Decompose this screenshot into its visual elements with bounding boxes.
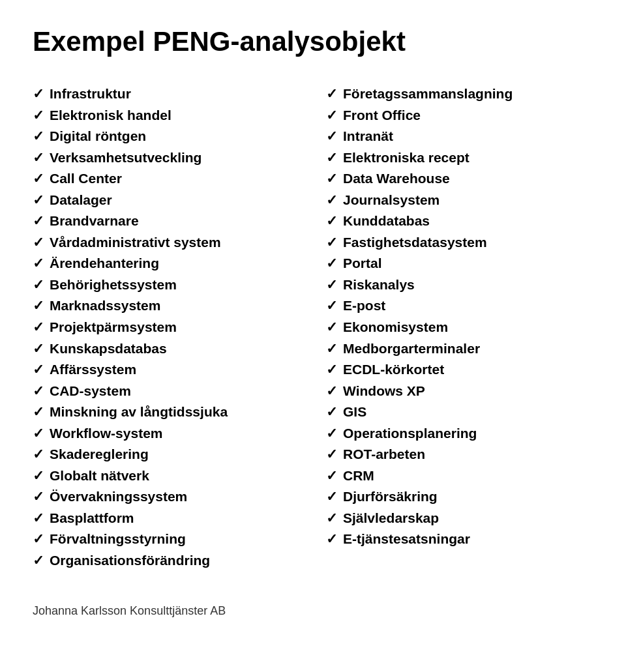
checkmark-icon: ✓ [33,317,44,338]
checkmark-icon: ✓ [33,126,44,147]
list-item: ✓Djurförsäkring [326,486,593,508]
list-item: ✓Marknadssystem [33,295,300,317]
checkmark-icon: ✓ [33,83,44,105]
list-item: ✓Portal [326,253,593,274]
item-label: Basplattform [50,508,134,529]
list-item: ✓CRM [326,465,593,487]
list-item: ✓Operationsplanering [326,423,593,445]
checkmark-icon: ✓ [326,317,338,338]
checkmark-icon: ✓ [33,359,44,381]
item-label: Djurförsäkring [343,486,438,508]
list-item: ✓Projektpärmsystem [33,317,300,338]
checkmark-icon: ✓ [33,550,44,572]
item-label: Minskning av långtidssjuka [50,402,228,423]
list-item: ✓Kunddatabas [326,211,593,232]
checkmark-icon: ✓ [33,381,44,402]
checkmark-icon: ✓ [33,338,44,360]
left-column: ✓Infrastruktur✓Elektronisk handel✓Digita… [33,83,300,572]
checkmark-icon: ✓ [33,508,44,529]
item-label: Övervakningssystem [50,486,187,508]
item-label: Företagssammanslagning [343,83,513,105]
checkmark-icon: ✓ [33,465,44,487]
list-item: ✓Verksamhetsutveckling [33,147,300,169]
checkmark-icon: ✓ [326,381,338,402]
item-label: Skadereglering [50,444,149,465]
list-item: ✓E-post [326,295,593,317]
item-label: Riskanalys [343,274,415,296]
list-item: ✓Ärendehantering [33,253,300,274]
item-label: Marknadssystem [50,295,160,317]
item-label: Journalsystem [343,190,440,211]
checkmark-icon: ✓ [326,253,338,274]
checkmark-icon: ✓ [33,444,44,465]
list-item: ✓Självledarskap [326,508,593,529]
list-item: ✓Digital röntgen [33,126,300,147]
checkmark-icon: ✓ [33,529,44,550]
item-label: Elektronisk handel [50,105,171,126]
list-item: ✓ECDL-körkortet [326,359,593,381]
item-label: Självledarskap [343,508,439,529]
list-item: ✓Basplattform [33,508,300,529]
list-item: ✓Övervakningssystem [33,486,300,508]
list-item: ✓Datalager [33,190,300,211]
item-label: Kunddatabas [343,211,430,232]
item-label: Infrastruktur [50,83,131,105]
list-item: ✓Fastighetsdatasystem [326,232,593,254]
list-item: ✓Globalt nätverk [33,465,300,487]
checkmark-icon: ✓ [326,211,338,232]
list-item: ✓GIS [326,402,593,423]
list-item: ✓Affärssystem [33,359,300,381]
item-label: Fastighetsdatasystem [343,232,487,254]
list-item: ✓Behörighetssystem [33,274,300,296]
checkmark-icon: ✓ [33,486,44,508]
list-item: ✓Call Center [33,168,300,190]
checkmark-icon: ✓ [326,190,338,211]
checkmark-icon: ✓ [326,529,338,550]
list-item: ✓Elektroniska recept [326,147,593,169]
checkmark-icon: ✓ [33,402,44,423]
item-label: Windows XP [343,381,425,402]
item-label: Portal [343,253,382,274]
checkmark-icon: ✓ [33,168,44,190]
item-label: ROT-arbeten [343,444,425,465]
item-label: Brandvarnare [50,211,139,232]
checkmark-icon: ✓ [326,486,338,508]
item-label: Vårdadministrativt system [50,232,221,254]
main-content: ✓Infrastruktur✓Elektronisk handel✓Digita… [33,83,593,572]
list-item: ✓Front Office [326,105,593,126]
item-label: Affärssystem [50,359,136,381]
checkmark-icon: ✓ [33,190,44,211]
item-label: Elektroniska recept [343,147,470,169]
checkmark-icon: ✓ [33,295,44,317]
item-label: CAD-system [50,381,131,402]
list-item: ✓Intranät [326,126,593,147]
list-item: ✓Förvaltningsstyrning [33,529,300,550]
item-label: Ärendehantering [50,253,159,274]
checkmark-icon: ✓ [326,423,338,445]
list-item: ✓Journalsystem [326,190,593,211]
checkmark-icon: ✓ [326,168,338,190]
list-item: ✓Riskanalys [326,274,593,296]
item-label: Datalager [50,190,112,211]
checkmark-icon: ✓ [326,126,338,147]
list-item: ✓Skadereglering [33,444,300,465]
checkmark-icon: ✓ [326,147,338,169]
list-item: ✓Vårdadministrativt system [33,232,300,254]
checkmark-icon: ✓ [33,211,44,232]
list-item: ✓ROT-arbeten [326,444,593,465]
checkmark-icon: ✓ [326,295,338,317]
list-item: ✓CAD-system [33,381,300,402]
checkmark-icon: ✓ [326,465,338,487]
list-item: ✓Medborgarterminaler [326,338,593,360]
checkmark-icon: ✓ [33,147,44,169]
list-item: ✓Windows XP [326,381,593,402]
checkmark-icon: ✓ [326,274,338,296]
item-label: Call Center [50,168,122,190]
checkmark-icon: ✓ [326,83,338,105]
list-item: ✓Minskning av långtidssjuka [33,402,300,423]
list-item: ✓Organisationsförändring [33,550,300,572]
item-label: Projektpärmsystem [50,317,177,338]
list-item: ✓Företagssammanslagning [326,83,593,105]
checkmark-icon: ✓ [326,444,338,465]
checkmark-icon: ✓ [326,105,338,126]
